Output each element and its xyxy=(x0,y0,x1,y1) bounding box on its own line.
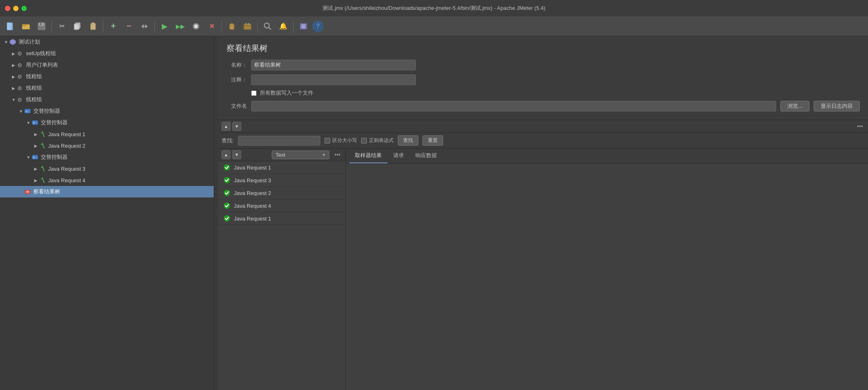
result-icon-3 xyxy=(223,189,231,197)
start-button[interactable]: ▶ xyxy=(158,19,172,33)
paste-button[interactable] xyxy=(86,19,100,33)
minimize-button[interactable] xyxy=(13,6,19,11)
dropdown-arrow-icon: ▼ xyxy=(322,153,326,157)
search-input[interactable] xyxy=(238,136,320,146)
comment-row: 注释： xyxy=(226,74,860,85)
clear-button[interactable] xyxy=(225,19,239,33)
down-btn-2[interactable]: ▼ xyxy=(232,150,241,159)
toggle-button[interactable] xyxy=(138,19,152,33)
dropdown-label: Text xyxy=(275,152,319,158)
up-btn-2[interactable]: ▲ xyxy=(222,150,231,159)
tree-item-interleave2[interactable]: ▼ ≈ 交替控制器 xyxy=(0,151,214,163)
more-options-1[interactable]: ••• xyxy=(855,122,865,130)
label-view-results: 察看结果树 xyxy=(33,188,60,195)
comment-input[interactable] xyxy=(251,74,416,85)
svg-rect-8 xyxy=(40,23,42,25)
arrow-interleave1-1: ▼ xyxy=(26,120,31,125)
tree-item-setup[interactable]: ▶ ⚙ setUp线程组 xyxy=(0,48,214,59)
file-checkbox-label: 所有数据写入一个文件 xyxy=(260,89,313,97)
file-input[interactable] xyxy=(251,101,776,111)
save-button[interactable] xyxy=(35,19,49,33)
log-content-button[interactable]: 显示日志内容 xyxy=(814,101,860,111)
log-toolbar-button[interactable]: 🔔 xyxy=(276,19,290,33)
find-button[interactable]: 查找 xyxy=(398,135,418,146)
icon-interleave1: ≈ xyxy=(24,107,31,115)
result-item-2[interactable]: Java Request 3 xyxy=(218,174,345,187)
result-item-4[interactable]: Java Request 4 xyxy=(218,200,345,212)
tree-item-thread2[interactable]: ▶ ⚙ 线程组 xyxy=(0,82,214,94)
tree-item-interleave1-1[interactable]: ▼ ≈ 交替控制器 xyxy=(0,117,214,128)
result-label-3: Java Request 2 xyxy=(234,190,271,196)
svg-text:≈: ≈ xyxy=(26,109,28,114)
result-item-5[interactable]: Java Request 1 xyxy=(218,212,345,225)
svg-point-18 xyxy=(264,23,269,28)
up-btn-1[interactable]: ▲ xyxy=(222,122,231,131)
tree-item-interleave1[interactable]: ▼ ≈ 交替控制器 xyxy=(0,105,214,117)
copy-button[interactable] xyxy=(70,19,84,33)
open-button[interactable] xyxy=(19,19,33,33)
down-btn-1[interactable]: ▼ xyxy=(232,122,241,131)
tab-request[interactable]: 请求 xyxy=(387,149,410,163)
remove-button[interactable]: − xyxy=(122,19,136,33)
add-button[interactable]: + xyxy=(106,19,120,33)
resize-handle[interactable]: ··· xyxy=(214,36,218,390)
list-button[interactable] xyxy=(296,19,310,33)
svg-line-34 xyxy=(42,132,44,137)
tree-item-java3[interactable]: ▶ Java Request 3 xyxy=(0,163,214,174)
reset-button[interactable]: 重置 xyxy=(422,135,443,146)
detail-tabs: 取样器结果 请求 响应数据 xyxy=(346,149,868,164)
tree-item-java4[interactable]: ▶ Java Request 4 xyxy=(0,174,214,186)
tree-item-test-plan[interactable]: ▼ 测试计划 xyxy=(0,36,214,48)
case-checkbox[interactable] xyxy=(324,138,330,144)
arrow-java2: ▶ xyxy=(33,143,39,149)
stop-button[interactable] xyxy=(189,19,203,33)
cut-button[interactable]: ✂ xyxy=(55,19,69,33)
result-item-3[interactable]: Java Request 2 xyxy=(218,187,345,200)
label-order: 用户订单列表 xyxy=(26,61,58,69)
regex-checkbox[interactable] xyxy=(361,138,367,144)
mini-toolbar-left-1: ▲ ▼ xyxy=(222,122,241,131)
svg-text:≈: ≈ xyxy=(33,156,35,160)
format-dropdown[interactable]: Text ▼ xyxy=(272,151,329,159)
clear-all-button[interactable] xyxy=(240,19,254,33)
new-button[interactable] xyxy=(3,19,17,33)
svg-rect-11 xyxy=(74,24,79,30)
sep2 xyxy=(103,21,103,32)
start-no-pause-button[interactable]: ▶▶ xyxy=(173,19,187,33)
label-java1: Java Request 1 xyxy=(48,131,85,137)
name-input[interactable] xyxy=(251,60,416,70)
arrow-thread2: ▶ xyxy=(11,85,16,91)
tab-response-data[interactable]: 响应数据 xyxy=(410,149,443,163)
tree-item-thread3[interactable]: ▼ ⚙ 线程组 xyxy=(0,94,214,105)
search-row: 查找: 区分大小写 正则表达式 查找 重置 xyxy=(218,133,868,149)
svg-rect-13 xyxy=(92,23,94,24)
arrow-order: ▶ xyxy=(11,62,16,68)
result-icon-4 xyxy=(223,202,231,209)
regex-check-group: 正则表达式 xyxy=(361,137,394,144)
name-label: 名称： xyxy=(226,61,247,69)
icon-test-plan xyxy=(9,38,16,46)
close-button[interactable] xyxy=(5,6,10,11)
search-label: 查找: xyxy=(222,137,234,144)
tree-item-view-results[interactable]: 察看结果树 xyxy=(0,186,214,197)
tree-item-java2[interactable]: ▶ Java Request 2 xyxy=(0,140,214,151)
search-toolbar-button[interactable] xyxy=(261,19,275,33)
sep3 xyxy=(154,21,155,32)
more-options-2[interactable]: ••• xyxy=(333,151,342,159)
comment-label: 注释： xyxy=(226,76,247,84)
window-title: 测试.jmx (/Users/shileizhou/Downloads/apac… xyxy=(322,5,545,12)
result-icon-2 xyxy=(223,176,231,184)
help-button[interactable]: ? xyxy=(312,21,324,32)
maximize-button[interactable] xyxy=(21,6,27,11)
browse-button[interactable]: 浏览... xyxy=(780,101,810,111)
tree-item-java1[interactable]: ▶ Java Request 1 xyxy=(0,128,214,140)
result-item-1[interactable]: Java Request 1 xyxy=(218,161,345,174)
tree-item-order[interactable]: ▶ ⚙ 用户订单列表 xyxy=(0,59,214,71)
shutdown-button[interactable]: ✖ xyxy=(205,19,219,33)
traffic-lights xyxy=(5,6,27,11)
tree-item-thread1[interactable]: ▶ ⚙ 线程组 xyxy=(0,71,214,82)
arrow-interleave1: ▼ xyxy=(18,108,24,114)
tab-sampler-result[interactable]: 取样器结果 xyxy=(349,149,387,163)
file-checkbox[interactable] xyxy=(251,91,257,96)
icon-java4 xyxy=(39,176,46,184)
